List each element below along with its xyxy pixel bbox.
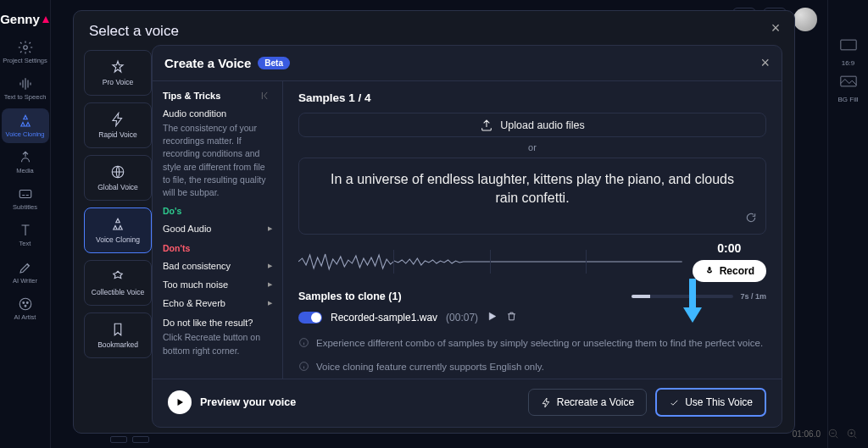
- beta-badge: Beta: [258, 57, 290, 69]
- progress-text: 7s / 1m: [740, 292, 766, 301]
- zoom-in-icon[interactable]: [846, 428, 858, 440]
- info-icon: [298, 337, 309, 348]
- refresh-text-button[interactable]: [745, 212, 757, 227]
- tip-too-much-noise[interactable]: Too much noise: [163, 275, 272, 294]
- svg-rect-1: [19, 191, 31, 198]
- tip-label: Bad consistency: [163, 261, 231, 271]
- create-panel-header: Create a Voice Beta ×: [153, 46, 782, 81]
- voice-cat-pro[interactable]: Pro Voice: [84, 50, 152, 96]
- rail-label: Subtitles: [13, 204, 37, 211]
- tip-label: Echo & Reverb: [163, 298, 225, 308]
- brand-text: Genny: [0, 12, 40, 26]
- record-label: Record: [720, 265, 754, 277]
- tips-header[interactable]: Tips & Tricks: [163, 90, 272, 102]
- create-voice-panel: Create a Voice Beta × Tips & Tricks Audi…: [152, 45, 782, 428]
- sample-item: Recorded-sample1.wav (00:07): [298, 307, 766, 331]
- delete-sample-button[interactable]: [506, 311, 517, 324]
- voice-cat-global[interactable]: Global Voice: [84, 155, 152, 201]
- svg-point-3: [22, 301, 24, 303]
- rail-media[interactable]: Media: [2, 145, 49, 180]
- progress-wrap: 7s / 1m: [632, 292, 766, 301]
- user-avatar[interactable]: [793, 8, 817, 31]
- rail-label: Text to Speech: [4, 94, 47, 101]
- use-label: Use This Voice: [685, 396, 753, 408]
- tips-title: Tips & Tricks: [163, 91, 220, 101]
- sample-toggle[interactable]: [298, 312, 322, 324]
- recreate-label: Recreate a Voice: [557, 396, 634, 408]
- voice-cat-rapid[interactable]: Rapid Voice: [84, 102, 152, 148]
- upload-icon: [480, 119, 493, 132]
- aspect-ratio: 16:9: [842, 59, 855, 67]
- tip-bad-consistency[interactable]: Bad consistency: [163, 257, 272, 275]
- rail-ai-writer[interactable]: AI Writer: [2, 255, 49, 290]
- donts-label: Don'ts: [163, 243, 272, 253]
- upload-audio-button[interactable]: Upload audio files: [298, 113, 766, 137]
- tip-echo-reverb[interactable]: Echo & Reverb: [163, 294, 272, 312]
- read-aloud-text: In a universe of endless laughter, kitte…: [328, 170, 737, 208]
- rail-text[interactable]: Text: [2, 218, 49, 252]
- rail-voice-cloning[interactable]: Voice Cloning: [2, 108, 49, 143]
- brand-logo: Genny: [0, 12, 50, 26]
- record-controls: 0:00 Record: [693, 241, 766, 282]
- rail-label: Project Settings: [3, 58, 47, 64]
- rail-project-settings[interactable]: Project Settings: [2, 35, 49, 69]
- zoom-out-icon[interactable]: [827, 428, 839, 440]
- svg-point-0: [23, 46, 27, 50]
- vc-label: Voice Cloning: [96, 235, 140, 244]
- check-icon: [669, 397, 680, 408]
- clone-label: Samples to clone (1): [298, 290, 402, 302]
- collapse-icon: [260, 90, 272, 102]
- voice-cat-bookmarked[interactable]: Bookmarked: [84, 312, 152, 358]
- vc-label: Bookmarked: [97, 340, 138, 349]
- samples-count: Samples 1 / 4: [298, 91, 766, 104]
- waveform-row: 0:00 Record: [298, 241, 766, 282]
- info-text: Experience different combo of samples by…: [316, 336, 763, 350]
- bg-fill-label: BG Fill: [838, 96, 859, 103]
- recreate-hint: Click Recreate button on bottom right co…: [163, 331, 272, 357]
- use-this-voice-button[interactable]: Use This Voice: [655, 388, 766, 417]
- sample-duration: (00:07): [446, 312, 478, 324]
- zoom-controls: 01:06.0: [793, 428, 858, 440]
- voice-cat-collectible[interactable]: Collectible Voice: [84, 260, 152, 306]
- audio-condition-title: Audio condition: [163, 108, 272, 119]
- not-like-title: Do not like the result?: [163, 318, 272, 328]
- close-outer-modal[interactable]: ×: [767, 19, 784, 36]
- svg-point-5: [25, 305, 26, 307]
- create-panel-title: Create a Voice: [164, 56, 251, 70]
- info-english: Voice cloning feature currently supports…: [298, 355, 766, 379]
- bg-icon[interactable]: [840, 75, 857, 87]
- vc-label: Rapid Voice: [98, 130, 136, 139]
- rail-ai-artist[interactable]: AI Artist: [2, 291, 49, 326]
- rail-label: Voice Cloning: [6, 131, 45, 138]
- preview-voice-button[interactable]: Preview your voice: [168, 390, 296, 414]
- voice-category-list: Pro Voice Rapid Voice Global Voice Voice…: [84, 50, 152, 358]
- or-divider: or: [298, 142, 766, 152]
- info-text: Voice cloning feature currently supports…: [316, 360, 544, 373]
- vc-label: Pro Voice: [103, 78, 133, 86]
- mic-icon: [704, 266, 715, 276]
- sample-filename: Recorded-sample1.wav: [331, 312, 437, 324]
- rail-tts[interactable]: Text to Speech: [2, 71, 49, 106]
- dos-label: Do's: [163, 206, 272, 216]
- svg-point-4: [26, 301, 28, 303]
- recreate-voice-button[interactable]: Recreate a Voice: [528, 389, 647, 416]
- rail-label: AI Writer: [13, 278, 37, 285]
- vc-label: Collectible Voice: [92, 288, 144, 296]
- tip-good-audio[interactable]: Good Audio: [163, 219, 272, 238]
- right-rail: 16:9 BG Fill: [827, 0, 868, 448]
- timeline-time: 01:06.0: [793, 429, 821, 439]
- audio-condition-body: The consistency of your recordings matte…: [163, 122, 272, 199]
- aspect-icon[interactable]: [840, 39, 857, 51]
- create-panel-body: Tips & Tricks Audio condition The consis…: [153, 81, 782, 379]
- tips-sidebar: Tips & Tricks Audio condition The consis…: [153, 81, 283, 379]
- play-sample-button[interactable]: [487, 311, 498, 324]
- voice-cat-cloning[interactable]: Voice Cloning: [84, 207, 152, 253]
- rail-subtitles[interactable]: Subtitles: [2, 181, 49, 216]
- rail-label: AI Artist: [14, 314, 36, 321]
- svg-point-2: [19, 298, 31, 310]
- close-create-panel[interactable]: ×: [760, 54, 770, 72]
- left-rail: Genny Project Settings Text to Speech Vo…: [0, 0, 51, 448]
- timeline-thumbs: [110, 436, 149, 443]
- rail-label: Text: [19, 241, 31, 247]
- record-button[interactable]: Record: [693, 260, 766, 282]
